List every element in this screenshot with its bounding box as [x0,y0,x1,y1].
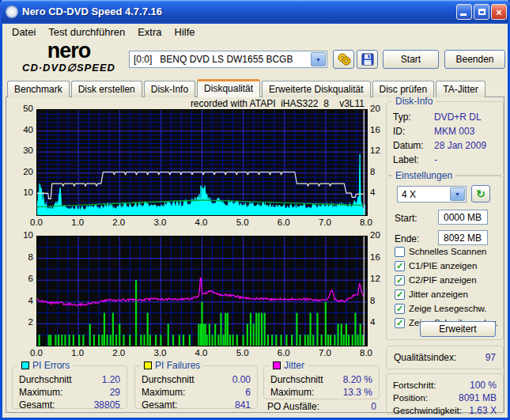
tab-disc-pruefen[interactable]: Disc prüfen [372,81,435,97]
save-button[interactable] [357,50,378,69]
checkbox-schnelles-scannen[interactable]: ✓Schnelles Scannen [395,246,486,257]
disk-info-row: Typ:DVD+R DL [393,112,497,123]
pi-errors-panel: PI Errors Durchschnitt1.20 Maximum:29 Ge… [12,365,127,409]
disk-info-caption: Disk-Info [392,96,436,107]
axis-tick-label: 2.0 [107,348,130,358]
disk-info-label: Typ: [393,112,434,123]
axis-tick-label: 6 [14,274,33,283]
axis-tick-label: 4 [370,317,389,327]
disk-info-value: 28 Jan 2009 [434,140,486,151]
menu-datei[interactable]: Datei [6,25,42,40]
tab-diskqualitaet[interactable]: Diskqualität [197,79,260,97]
settings-caption: Einstellungen [392,170,455,181]
pi-failures-panel: PI Failures Durchschnitt0.00 Maximum:6 G… [134,365,258,409]
chevron-down-icon[interactable]: ▼ [311,52,326,66]
disk-info-panel: Disk-Info Typ:DVD+R DL ID:MKM 003 Datum:… [386,101,504,176]
checkbox-label: Jitter anzeigen [409,289,468,299]
progress-panel: Fortschritt:100 % Position:8091 MB Gesch… [386,373,504,414]
menu-test-durchfuehren[interactable]: Test durchführen [42,25,131,40]
progress-value: 8091 MB [459,392,497,403]
axis-tick-label: 8 [370,296,389,305]
check-icon: ✓ [396,319,403,327]
axis-tick-label: 40 [14,125,33,134]
drive-select[interactable]: [0:0] BENQ DVD LS DW1655 BCGB ▼ [129,51,327,68]
tab-erweiterte-diskqualitaet[interactable]: Erweiterte Diskqualität [262,81,370,97]
stat-row: Durchschnitt8.20 % [270,373,372,385]
disk-info-value: MKM 003 [434,126,474,137]
jitter-legend-swatch [273,361,281,369]
chevron-down-icon[interactable]: ▼ [450,187,465,201]
axis-tick-label: 16 [370,125,389,134]
stat-row: Durchschnitt1.20 [19,373,120,385]
check-icon: ✓ [396,305,403,313]
stat-value: 8.20 % [343,374,372,385]
refresh-icon: ↻ [476,187,485,200]
quality-index-label: Qualitätsindex: [394,352,456,363]
checkbox-box[interactable]: ✓ [395,247,405,257]
maximize-icon [478,9,485,15]
checkbox-c2-pif[interactable]: ✓C2/PIF anzeigen [395,274,477,286]
start-position-field[interactable]: 0000 MB [438,210,488,225]
maximize-button[interactable] [474,4,489,20]
nero-logo-text: nero [10,40,127,62]
checkbox-box[interactable]: ✓ [395,289,405,300]
check-icon: ✓ [396,290,403,299]
axis-tick-label: 8 [370,167,389,176]
checkbox-box[interactable]: ✓ [395,261,405,271]
minimize-button[interactable] [456,4,472,20]
close-button[interactable]: × [491,4,507,20]
tab-benchmark[interactable]: Benchmark [7,81,70,97]
end-position-label: Ende: [395,233,419,244]
axis-tick-label: 20 [14,167,33,176]
pi-errors-chart [36,109,368,216]
progress-value: 100 % [470,380,497,391]
quit-button[interactable]: Beenden [444,50,505,69]
save-icon [361,53,374,66]
window-title: Nero CD-DVD Speed 4.7.7.16 [22,6,162,17]
disk-info-value: DVD+R DL [434,112,482,123]
menu-extra[interactable]: Extra [131,25,168,40]
axis-tick-label: 20 [370,104,389,113]
axis-tick-label: 4.0 [190,218,213,227]
nero-logo: nero CD·DVD∅SPEED [10,40,127,73]
stat-label: Durchschnitt [19,374,72,385]
stat-label: Maximum: [270,387,314,398]
checkbox-lesegeschw[interactable]: ✓Zeige Lesegeschw. [395,303,486,314]
checkbox-box[interactable]: ✓ [395,304,405,314]
pi-failures-legend-swatch [144,361,152,369]
start-position-label: Start: [395,213,417,224]
start-button[interactable]: Start [383,50,439,69]
disk-info-row: Datum:28 Jan 2009 [393,140,497,151]
scan-speed-value: 4 X [402,189,416,200]
advanced-button[interactable]: Erweitert [420,321,496,337]
axis-tick-label: 5.0 [231,348,255,358]
menu-hilfe[interactable]: Hilfe [168,25,202,40]
disk-info-row: ID:MKM 003 [393,126,497,137]
stat-label: Durchschnitt [142,374,195,385]
axis-tick-label: 0.0 [25,348,48,358]
pi-failures-jitter-chart [36,236,368,346]
checkbox-label: Schnelles Scannen [409,247,486,256]
end-position-field[interactable]: 8092 MB [438,230,488,245]
jitter-panel: Jitter Durchschnitt8.20 % Maximum:13.3 % [263,365,380,399]
tab-disk-info[interactable]: Disk-Info [144,81,195,97]
checkbox-box[interactable]: ✓ [395,318,405,328]
progress-label: Geschwindigkeit: [393,406,462,415]
quality-index-panel: Qualitätsindex: 97 [386,346,504,369]
stat-row: Gesamt:38805 [19,399,120,411]
axis-tick-label: 8.0 [354,218,378,227]
stat-row: Maximum:29 [19,386,120,398]
tab-ta-jitter[interactable]: TA-Jitter [436,81,485,97]
progress-row: Geschwindigkeit:1.63 X [393,404,497,416]
quality-index-row: Qualitätsindex: 97 [387,346,503,363]
checkbox-box[interactable]: ✓ [395,275,405,286]
refresh-button[interactable]: ↻ [471,185,490,202]
tab-disk-erstellen[interactable]: Disk erstellen [71,81,142,97]
check-icon: ✓ [396,276,403,285]
checkbox-jitter[interactable]: ✓Jitter anzeigen [395,289,468,300]
eject-disc-button[interactable] [333,50,354,69]
progress-value: 1.63 X [469,405,497,416]
disk-info-label: Datum: [393,140,434,151]
scan-speed-select[interactable]: 4 X ▼ [397,186,467,202]
checkbox-c1-pie[interactable]: ✓C1/PIE anzeigen [395,260,477,271]
